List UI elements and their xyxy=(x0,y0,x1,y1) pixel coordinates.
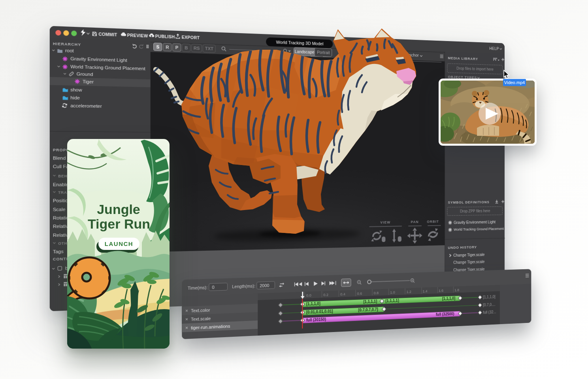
svg-text:1.6: 1.6 xyxy=(439,289,443,293)
svg-text:0.2: 0.2 xyxy=(323,293,328,297)
svg-text:0.4: 0.4 xyxy=(340,292,345,296)
svg-text:0.8: 0.8 xyxy=(374,291,379,295)
svg-text:1.0: 1.0 xyxy=(390,290,395,295)
svg-text:0.0: 0.0 xyxy=(306,293,311,297)
svg-text:ORBIT: ORBIT xyxy=(427,220,439,223)
svg-text:0.6: 0.6 xyxy=(357,291,362,296)
svg-text:1.8: 1.8 xyxy=(454,288,459,292)
svg-text:1.2: 1.2 xyxy=(407,289,411,294)
svg-text:LAUNCH: LAUNCH xyxy=(105,240,133,247)
svg-text:Jungle: Jungle xyxy=(97,202,140,217)
svg-text:Tiger Run: Tiger Run xyxy=(88,216,150,231)
svg-text:1.4: 1.4 xyxy=(423,289,428,293)
